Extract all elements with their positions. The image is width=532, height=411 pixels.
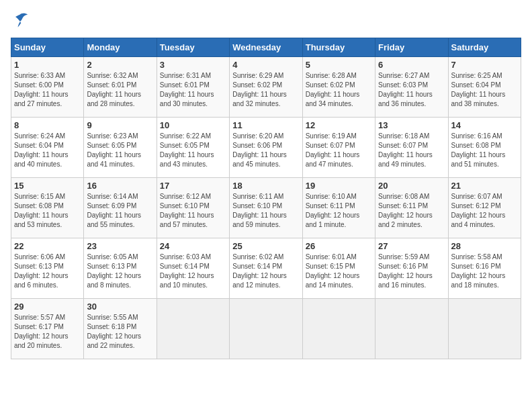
day-info: Sunrise: 5:58 AM Sunset: 6:16 PM Dayligh…: [451, 253, 518, 290]
day-info: Sunrise: 6:16 AM Sunset: 6:08 PM Dayligh…: [451, 132, 518, 169]
day-info: Sunrise: 6:12 AM Sunset: 6:10 PM Dayligh…: [160, 192, 226, 230]
calendar-row-4: 29Sunrise: 5:57 AM Sunset: 6:17 PM Dayli…: [11, 299, 521, 359]
day-number: 24: [160, 241, 226, 251]
calendar-cell: 3Sunrise: 6:31 AM Sunset: 6:01 PM Daylig…: [157, 57, 229, 118]
calendar-cell: 18Sunrise: 6:11 AM Sunset: 6:10 PM Dayli…: [230, 178, 302, 238]
day-number: 17: [160, 181, 226, 191]
day-number: 10: [160, 120, 226, 130]
calendar-cell: 25Sunrise: 6:02 AM Sunset: 6:14 PM Dayli…: [230, 238, 302, 299]
day-info: Sunrise: 6:28 AM Sunset: 6:02 PM Dayligh…: [306, 71, 372, 109]
day-number: 1: [14, 60, 81, 70]
calendar-cell: 13Sunrise: 6:18 AM Sunset: 6:07 PM Dayli…: [375, 118, 448, 178]
day-info: Sunrise: 6:06 AM Sunset: 6:13 PM Dayligh…: [14, 253, 81, 290]
calendar-cell: 14Sunrise: 6:16 AM Sunset: 6:08 PM Dayli…: [448, 118, 521, 178]
day-info: Sunrise: 6:01 AM Sunset: 6:15 PM Dayligh…: [306, 253, 372, 290]
calendar-cell: 17Sunrise: 6:12 AM Sunset: 6:10 PM Dayli…: [157, 178, 229, 238]
day-info: Sunrise: 6:32 AM Sunset: 6:01 PM Dayligh…: [87, 71, 153, 109]
day-number: 6: [378, 60, 445, 70]
calendar-header-row: SundayMondayTuesdayWednesdayThursdayFrid…: [11, 38, 521, 57]
day-info: Sunrise: 6:33 AM Sunset: 6:00 PM Dayligh…: [14, 71, 81, 109]
day-number: 19: [306, 181, 372, 191]
calendar-cell: [448, 299, 521, 359]
calendar-cell: [230, 299, 302, 359]
day-info: Sunrise: 6:25 AM Sunset: 6:04 PM Dayligh…: [451, 71, 518, 109]
calendar-cell: 2Sunrise: 6:32 AM Sunset: 6:01 PM Daylig…: [84, 57, 157, 118]
day-header-friday: Friday: [375, 38, 448, 57]
day-number: 7: [451, 60, 518, 70]
day-header-saturday: Saturday: [448, 38, 521, 57]
day-info: Sunrise: 6:18 AM Sunset: 6:07 PM Dayligh…: [378, 132, 445, 169]
day-info: Sunrise: 5:57 AM Sunset: 6:17 PM Dayligh…: [14, 313, 81, 351]
day-info: Sunrise: 6:19 AM Sunset: 6:07 PM Dayligh…: [306, 132, 372, 169]
day-number: 13: [378, 120, 445, 130]
day-number: 26: [306, 241, 372, 251]
logo-bird-icon: [11, 11, 30, 30]
day-number: 28: [451, 241, 518, 251]
calendar-cell: 10Sunrise: 6:22 AM Sunset: 6:05 PM Dayli…: [157, 118, 229, 178]
calendar-cell: 6Sunrise: 6:27 AM Sunset: 6:03 PM Daylig…: [375, 57, 448, 118]
day-number: 3: [160, 60, 226, 70]
day-info: Sunrise: 6:05 AM Sunset: 6:13 PM Dayligh…: [87, 253, 153, 290]
day-info: Sunrise: 6:03 AM Sunset: 6:14 PM Dayligh…: [160, 253, 226, 290]
day-number: 15: [14, 181, 81, 191]
calendar-cell: [375, 299, 448, 359]
day-number: 30: [87, 302, 153, 312]
calendar-cell: 15Sunrise: 6:15 AM Sunset: 6:08 PM Dayli…: [11, 178, 84, 238]
page-header: [11, 11, 521, 30]
calendar-cell: 5Sunrise: 6:28 AM Sunset: 6:02 PM Daylig…: [302, 57, 375, 118]
day-info: Sunrise: 6:22 AM Sunset: 6:05 PM Dayligh…: [160, 132, 226, 169]
calendar-table: SundayMondayTuesdayWednesdayThursdayFrid…: [11, 38, 521, 359]
day-info: Sunrise: 6:23 AM Sunset: 6:05 PM Dayligh…: [87, 132, 153, 169]
day-info: Sunrise: 5:59 AM Sunset: 6:16 PM Dayligh…: [378, 253, 445, 290]
day-number: 29: [14, 302, 81, 312]
day-number: 2: [87, 60, 153, 70]
day-number: 22: [14, 241, 81, 251]
day-info: Sunrise: 6:08 AM Sunset: 6:11 PM Dayligh…: [378, 192, 445, 230]
day-number: 5: [306, 60, 372, 70]
day-number: 4: [232, 60, 299, 70]
day-header-wednesday: Wednesday: [230, 38, 302, 57]
calendar-cell: 7Sunrise: 6:25 AM Sunset: 6:04 PM Daylig…: [448, 57, 521, 118]
calendar-row-1: 8Sunrise: 6:24 AM Sunset: 6:04 PM Daylig…: [11, 118, 521, 178]
day-number: 14: [451, 120, 518, 130]
calendar-cell: 30Sunrise: 5:55 AM Sunset: 6:18 PM Dayli…: [84, 299, 157, 359]
calendar-cell: [157, 299, 229, 359]
day-number: 16: [87, 181, 153, 191]
calendar-body: 1Sunrise: 6:33 AM Sunset: 6:00 PM Daylig…: [11, 57, 521, 359]
day-info: Sunrise: 6:10 AM Sunset: 6:11 PM Dayligh…: [306, 192, 372, 230]
calendar-cell: 22Sunrise: 6:06 AM Sunset: 6:13 PM Dayli…: [11, 238, 84, 299]
day-header-monday: Monday: [84, 38, 157, 57]
day-info: Sunrise: 6:14 AM Sunset: 6:09 PM Dayligh…: [87, 192, 153, 230]
calendar-row-3: 22Sunrise: 6:06 AM Sunset: 6:13 PM Dayli…: [11, 238, 521, 299]
day-header-sunday: Sunday: [11, 38, 84, 57]
calendar-cell: 24Sunrise: 6:03 AM Sunset: 6:14 PM Dayli…: [157, 238, 229, 299]
day-info: Sunrise: 6:11 AM Sunset: 6:10 PM Dayligh…: [232, 192, 299, 230]
calendar-row-0: 1Sunrise: 6:33 AM Sunset: 6:00 PM Daylig…: [11, 57, 521, 118]
calendar-cell: 20Sunrise: 6:08 AM Sunset: 6:11 PM Dayli…: [375, 178, 448, 238]
calendar-cell: 26Sunrise: 6:01 AM Sunset: 6:15 PM Dayli…: [302, 238, 375, 299]
calendar-cell: 9Sunrise: 6:23 AM Sunset: 6:05 PM Daylig…: [84, 118, 157, 178]
calendar-cell: 23Sunrise: 6:05 AM Sunset: 6:13 PM Dayli…: [84, 238, 157, 299]
calendar-cell: [302, 299, 375, 359]
calendar-row-2: 15Sunrise: 6:15 AM Sunset: 6:08 PM Dayli…: [11, 178, 521, 238]
day-number: 12: [306, 120, 372, 130]
calendar-cell: 29Sunrise: 5:57 AM Sunset: 6:17 PM Dayli…: [11, 299, 84, 359]
day-info: Sunrise: 6:29 AM Sunset: 6:02 PM Dayligh…: [232, 71, 299, 109]
day-number: 25: [232, 241, 299, 251]
calendar-cell: 1Sunrise: 6:33 AM Sunset: 6:00 PM Daylig…: [11, 57, 84, 118]
logo: [11, 11, 34, 30]
day-info: Sunrise: 6:07 AM Sunset: 6:12 PM Dayligh…: [451, 192, 518, 230]
day-info: Sunrise: 6:24 AM Sunset: 6:04 PM Dayligh…: [14, 132, 81, 169]
calendar-cell: 21Sunrise: 6:07 AM Sunset: 6:12 PM Dayli…: [448, 178, 521, 238]
day-info: Sunrise: 6:02 AM Sunset: 6:14 PM Dayligh…: [232, 253, 299, 290]
day-number: 21: [451, 181, 518, 191]
day-info: Sunrise: 6:31 AM Sunset: 6:01 PM Dayligh…: [160, 71, 226, 109]
day-number: 27: [378, 241, 445, 251]
day-header-tuesday: Tuesday: [157, 38, 229, 57]
day-info: Sunrise: 6:15 AM Sunset: 6:08 PM Dayligh…: [14, 192, 81, 230]
day-header-thursday: Thursday: [302, 38, 375, 57]
day-info: Sunrise: 5:55 AM Sunset: 6:18 PM Dayligh…: [87, 313, 153, 351]
calendar-cell: 28Sunrise: 5:58 AM Sunset: 6:16 PM Dayli…: [448, 238, 521, 299]
calendar-cell: 12Sunrise: 6:19 AM Sunset: 6:07 PM Dayli…: [302, 118, 375, 178]
calendar-cell: 4Sunrise: 6:29 AM Sunset: 6:02 PM Daylig…: [230, 57, 302, 118]
